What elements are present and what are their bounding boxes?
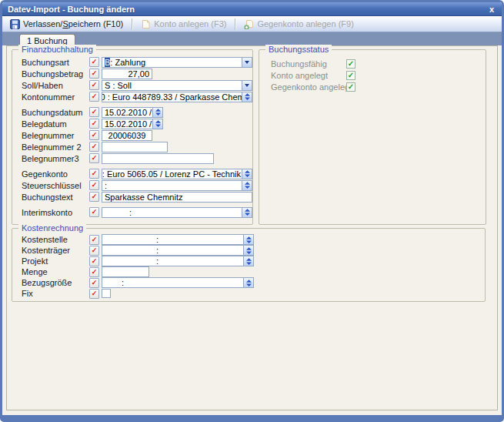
kostenstelle-spinner-field[interactable]: : — [102, 234, 254, 245]
red-check-icon: ✓ — [92, 193, 98, 200]
belegnummer2-input[interactable] — [102, 142, 168, 152]
kontonummer-label: Kontonummer — [22, 92, 89, 102]
row-belegnummer2: Belegnummer 2 ✓ — [22, 141, 252, 152]
spinner-up-down-icon — [245, 182, 250, 189]
row-menge: Menge ✓ — [22, 266, 485, 277]
save-exit-button[interactable]: Verlassen/Speichern (F10) — [5, 17, 128, 31]
row-konto-angelegt: Konto angelegt ✓ — [271, 69, 486, 81]
sollhaben-combobox[interactable]: S : Soll — [102, 80, 252, 91]
kostentraeger-spin-button[interactable] — [243, 246, 253, 255]
spinner-up-down-icon — [155, 109, 161, 116]
projekt-spin-button[interactable] — [243, 256, 253, 266]
row-belegnummer: Belegnummer ✓ 20006039 — [22, 129, 252, 141]
buchungsbetrag-label: Buchungsbetrag — [22, 69, 89, 79]
belegnummer2-apply-button[interactable]: ✓ — [89, 142, 99, 152]
buchungstext-input[interactable]: Sparkasse Chemnitz — [102, 192, 252, 203]
fix-checkbox[interactable] — [102, 289, 111, 298]
group-buchungsstatus-body: Buchungsfähig ✓ Konto angelegt ✓ Gegenko… — [259, 50, 486, 224]
projekt-apply-button[interactable]: ✓ — [89, 256, 99, 266]
kontonummer-apply-button[interactable]: ✓ — [89, 92, 99, 102]
red-check-icon: ✓ — [92, 182, 98, 189]
buchungsbetrag-value: 27,00 — [102, 69, 152, 79]
buchungsart-dropdown-button[interactable] — [242, 58, 252, 67]
buchungsart-apply-button[interactable]: ✓ — [89, 57, 99, 67]
belegnummer2-value — [102, 142, 167, 152]
kontonummer-spinner-field[interactable]: 1200 : Euro 448789.33 / Sparkasse Chemni… — [102, 92, 252, 102]
sollhaben-apply-button[interactable]: ✓ — [89, 80, 99, 90]
bezugsgroesse-apply-button[interactable]: ✓ — [89, 278, 99, 288]
kostenstelle-spin-button[interactable] — [243, 235, 253, 244]
green-check-icon: ✓ — [348, 83, 354, 91]
buchungsart-label: Buchungsart — [22, 58, 89, 67]
red-check-icon: ✓ — [92, 258, 98, 265]
belegdatum-apply-button[interactable]: ✓ — [89, 119, 99, 129]
fix-apply-button[interactable]: ✓ — [89, 289, 99, 299]
kostenstelle-value: : — [102, 235, 243, 244]
interimskonto-spin-button[interactable] — [242, 208, 252, 217]
gegenkonto-spinner-field[interactable]: 10006 : Euro 5065.05 / Lorenz PC - Techn… — [102, 169, 252, 179]
steuerschluessel-apply-button[interactable]: ✓ — [89, 180, 99, 190]
steuerschluessel-spinner-field[interactable]: : — [102, 180, 252, 191]
bezugsgroesse-spin-button[interactable] — [243, 278, 253, 287]
row-bezugsgroesse: Bezugsgröße ✓ : — [22, 277, 485, 288]
group-kostenrechnung: Kostenrechnung Kostenstelle ✓ : Kostentr… — [12, 228, 486, 302]
close-button[interactable]: x — [487, 5, 496, 14]
fix-label: Fix — [22, 289, 89, 298]
toolbar-separator — [132, 18, 132, 30]
interimskonto-spinner-field[interactable]: : — [102, 207, 252, 218]
titlebar: Datev-Import - Buchung ändern x — [2, 2, 502, 16]
belegnummer3-apply-button[interactable]: ✓ — [89, 153, 99, 163]
buchungsart-combobox[interactable]: B : Zahlung — [102, 57, 252, 68]
spinner-up-down-icon — [245, 93, 250, 100]
buchungsdatum-spin-button[interactable] — [152, 108, 162, 117]
red-check-icon: ✓ — [92, 82, 98, 89]
gegenkonto-angelegt-checkbox: ✓ — [346, 82, 355, 92]
row-belegdatum: Belegdatum ✓ 15.02.2010 /Mo — [22, 118, 252, 129]
kostenstelle-apply-button[interactable]: ✓ — [89, 235, 99, 245]
row-belegnummer3: Belegnummer3 ✓ — [22, 152, 252, 164]
kostentraeger-apply-button[interactable]: ✓ — [89, 246, 99, 256]
buchungstext-apply-button[interactable]: ✓ — [89, 192, 99, 202]
belegdatum-spinner-field[interactable]: 15.02.2010 /Mo — [102, 119, 163, 129]
kontonummer-spin-button[interactable] — [242, 92, 252, 102]
menge-input[interactable] — [102, 266, 149, 277]
kostentraeger-spinner-field[interactable]: : — [102, 245, 254, 256]
interimskonto-apply-button[interactable]: ✓ — [89, 207, 99, 217]
red-check-icon: ✓ — [92, 93, 98, 100]
menge-apply-button[interactable]: ✓ — [89, 267, 99, 277]
steuerschluessel-spin-button[interactable] — [242, 181, 252, 190]
red-check-icon: ✓ — [92, 290, 98, 297]
gegenkonto-anlegen-label: Gegenkonto anlegen (F9) — [257, 19, 353, 28]
buchungsbetrag-input[interactable]: 27,00 — [102, 69, 152, 79]
belegnummer-apply-button[interactable]: ✓ — [89, 130, 99, 140]
gegenkonto-anlegen-button: Gegenkonto anlegen (F9) — [239, 17, 358, 31]
projekt-spinner-field[interactable]: : — [102, 256, 254, 266]
sollhaben-dropdown-button[interactable] — [242, 81, 252, 90]
red-check-icon: ✓ — [92, 143, 98, 150]
row-kostenstelle: Kostenstelle ✓ : — [22, 234, 485, 245]
group-finanzbuchhaltung: Finanzbuchhaltung Buchungsart ✓ B : Zahl… — [12, 49, 253, 225]
gegenkonto-spin-button[interactable] — [242, 169, 252, 179]
belegnummer-input[interactable]: 20006039 — [102, 130, 152, 141]
projekt-label: Projekt — [22, 256, 89, 266]
kontonummer-value: 1200 : Euro 448789.33 / Sparkasse Chemni… — [102, 92, 242, 102]
buchungsfaehig-checkbox: ✓ — [346, 59, 355, 69]
buchungstext-value: Sparkasse Chemnitz — [102, 193, 252, 202]
red-check-icon: ✓ — [92, 155, 98, 162]
belegnummer3-input[interactable] — [102, 153, 214, 164]
row-projekt: Projekt ✓ : — [22, 256, 485, 266]
gegenkonto-label: Gegenkonto — [22, 169, 89, 179]
buchungsdatum-spinner-field[interactable]: 15.02.2010 /Mo — [102, 107, 163, 118]
row-fix: Fix ✓ — [22, 288, 485, 299]
gegenkonto-apply-button[interactable]: ✓ — [89, 169, 99, 179]
window: Datev-Import - Buchung ändern x Verlasse… — [0, 0, 504, 422]
kostenstelle-label: Kostenstelle — [22, 235, 89, 244]
bezugsgroesse-spinner-field[interactable]: : — [102, 277, 254, 288]
belegdatum-spin-button[interactable] — [152, 119, 162, 129]
row-buchungsfaehig: Buchungsfähig ✓ — [271, 58, 486, 69]
buchungsdatum-apply-button[interactable]: ✓ — [89, 107, 99, 117]
tabstrip: 1 Buchung — [2, 32, 502, 45]
row-buchungsart: Buchungsart ✓ B : Zahlung — [22, 56, 252, 68]
belegdatum-value: 15.02.2010 /Mo — [102, 119, 152, 129]
buchungsbetrag-apply-button[interactable]: ✓ — [89, 69, 99, 79]
